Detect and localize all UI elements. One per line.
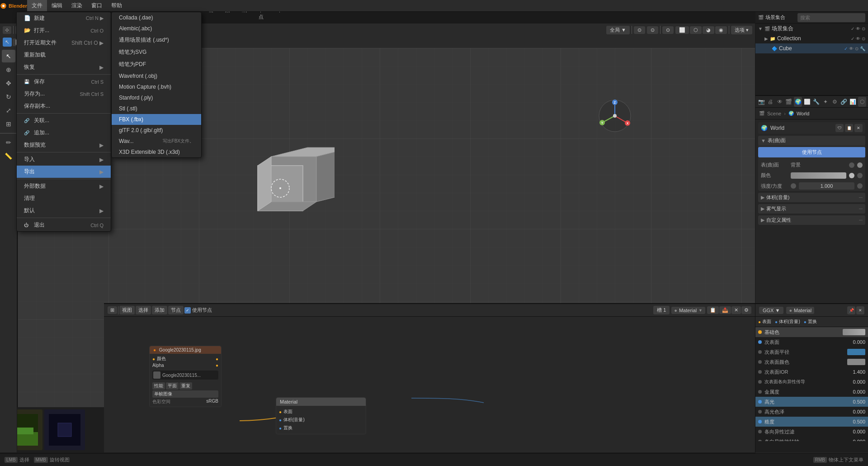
node-op1[interactable]: 📋: [707, 306, 719, 314]
image-node-ctrl1[interactable]: 性能: [152, 382, 165, 390]
solid-btn[interactable]: ⬡: [690, 26, 702, 34]
export-wav[interactable]: Wav... 写出FBX文件。: [112, 136, 201, 147]
node-view-btn[interactable]: 视图: [119, 306, 135, 314]
transform-tool[interactable]: ⊞: [2, 118, 15, 130]
prop-output-icon[interactable]: 🖨: [766, 97, 774, 107]
overlay-btn[interactable]: ⊙: [662, 26, 674, 34]
volume-section[interactable]: ▶ 体积(音量) ···: [758, 193, 865, 202]
prop-physics-icon[interactable]: ⚙: [830, 97, 839, 107]
custom-section[interactable]: ▶ 自定义属性 ···: [758, 215, 865, 225]
shader-pin-btn[interactable]: 📌: [847, 306, 855, 314]
menu-window[interactable]: 窗口: [87, 0, 107, 11]
use-nodes-button[interactable]: 使用节点: [758, 147, 865, 157]
base-color-swatch[interactable]: [843, 329, 865, 335]
menu-import[interactable]: 导入 ▶: [17, 153, 111, 166]
export-stl[interactable]: Stl (.stl): [112, 103, 201, 114]
surface-section-header[interactable]: ▼ 表(曲)面: [758, 136, 865, 145]
shader-close-btn[interactable]: ✕: [856, 306, 864, 314]
menu-new[interactable]: 📄新建 Ctrl N ▶: [17, 12, 111, 24]
subsurface-color-swatch[interactable]: [847, 359, 865, 365]
prop-modifier-icon[interactable]: 🔧: [812, 97, 821, 107]
outliner-cube[interactable]: 🔷 Cube ✓ 👁 ⊙ 🔧: [755, 43, 868, 53]
cursor-tool[interactable]: ⊕: [2, 63, 15, 76]
world-shield-icon[interactable]: 🛡: [835, 124, 844, 132]
preview-2[interactable]: [44, 409, 85, 450]
viewport-nav-icon[interactable]: ⊹: [3, 26, 11, 34]
export-collada[interactable]: Collada (.dae): [112, 12, 201, 23]
node-close[interactable]: ✕: [731, 306, 741, 314]
export-alembic[interactable]: Alembic(.abc): [112, 23, 201, 34]
prop-view-icon[interactable]: 👁: [776, 97, 784, 107]
image-node-ctrl2[interactable]: 平面: [166, 382, 179, 390]
node-more[interactable]: ⚙: [741, 306, 751, 314]
navigation-gizmo[interactable]: Z X Y: [597, 98, 633, 134]
measure-tool[interactable]: 📏: [2, 150, 15, 162]
menu-edit[interactable]: 编辑: [47, 0, 67, 11]
menu-help[interactable]: 帮助: [107, 0, 127, 11]
prop-render-icon[interactable]: 📷: [757, 97, 765, 107]
shader-material-selector[interactable]: ● Material: [786, 307, 814, 314]
shader-type-selector[interactable]: GGX ▼: [759, 307, 783, 314]
wireframe-btn[interactable]: ⬜: [675, 26, 689, 34]
menu-quit[interactable]: ⏻退出 Ctrl Q: [17, 219, 111, 231]
slot-selector[interactable]: 槽 1: [653, 306, 670, 314]
node-add-btn[interactable]: 添加: [152, 306, 167, 314]
prop-material-icon[interactable]: ⬡: [858, 97, 866, 107]
export-x3d[interactable]: X3D Extensible 3D (.x3d): [112, 147, 201, 157]
scale-tool[interactable]: ⤢: [2, 104, 15, 117]
image-node-ctrl3[interactable]: 重复: [179, 382, 192, 390]
menu-file[interactable]: 文件: [27, 0, 47, 11]
export-usd[interactable]: 通用场景描述 (.usd*): [112, 34, 201, 46]
use-nodes-checkbox[interactable]: ✓: [184, 307, 191, 314]
menu-restore[interactable]: 恢复 ▶: [17, 61, 111, 73]
prop-world-icon[interactable]: 🌍: [794, 97, 802, 107]
menu-open[interactable]: 📂打开... Ctrl O: [17, 24, 111, 37]
select-tool[interactable]: ↖: [2, 50, 15, 62]
menu-external-data[interactable]: 外部数据 ▶: [17, 180, 111, 192]
menu-open-recent[interactable]: 打开近期文件 Shift Ctrl O ▶: [17, 37, 111, 49]
node-type-icon[interactable]: ⊞: [108, 306, 117, 314]
image-texture-node[interactable]: ● Google20230115.jpg ● 颜色 ● Alpha ● Goog…: [149, 346, 222, 407]
rotate-tool[interactable]: ↻: [2, 90, 15, 103]
snap-btn[interactable]: ⊙: [634, 26, 645, 34]
menu-save-copy[interactable]: 保存副本...: [17, 100, 111, 112]
prop-particles-icon[interactable]: ✦: [821, 97, 830, 107]
prop-scene-icon[interactable]: 🎬: [785, 97, 793, 107]
material-btn[interactable]: ◕: [703, 26, 714, 34]
world-close-icon[interactable]: ✕: [854, 124, 863, 132]
prop-constraints-icon[interactable]: 🔗: [840, 97, 848, 107]
world-copy-icon[interactable]: 📋: [845, 124, 853, 132]
proportional-btn[interactable]: ⊙: [647, 26, 658, 34]
export-bvh[interactable]: Motion Capture (.bvh): [112, 81, 201, 92]
strength-value[interactable]: 1.000: [799, 182, 854, 190]
node-nodes-btn[interactable]: 节点: [168, 306, 184, 314]
node-select-btn[interactable]: 选择: [136, 306, 151, 314]
options-btn[interactable]: 选项 ▾: [731, 26, 752, 34]
menu-render[interactable]: 渲染: [67, 0, 87, 11]
outliner-search[interactable]: [797, 13, 865, 22]
subsurface-radius-swatch[interactable]: [847, 349, 865, 355]
export-gltf[interactable]: glTF 2.0 (.glb/.gltf): [112, 125, 201, 136]
export-fbx[interactable]: FBX (.fbx): [112, 114, 201, 125]
menu-save[interactable]: 💾保存 Ctrl S: [17, 76, 111, 88]
mist-section[interactable]: ▶ 雾气显示 ···: [758, 204, 865, 214]
menu-clean[interactable]: 清理: [17, 192, 111, 204]
rendered-btn[interactable]: ◉: [715, 26, 727, 34]
export-grease-pdf[interactable]: 蜡笔为PDF: [112, 58, 201, 71]
color-gradient[interactable]: [791, 172, 846, 179]
node-op2[interactable]: 📤: [719, 306, 731, 314]
select-tool-btn[interactable]: ↖: [3, 38, 12, 47]
material-selector[interactable]: ● Material ▼: [671, 307, 705, 314]
prop-object-icon[interactable]: ⬜: [803, 97, 811, 107]
menu-save-as[interactable]: 另存为... Shift Ctrl S: [17, 88, 111, 100]
move-tool[interactable]: ✥: [2, 77, 15, 90]
outliner-collection[interactable]: ▶ 📁 Collection ✓ 👁 ⊙: [755, 33, 868, 43]
annotate-tool[interactable]: ✏: [2, 136, 15, 149]
blender-logo[interactable]: Blender: [0, 0, 27, 12]
export-ply[interactable]: Stanford (.ply): [112, 92, 201, 103]
menu-defaults[interactable]: 默认 ▶: [17, 204, 111, 217]
menu-link[interactable]: 🔗关联...: [17, 114, 111, 127]
menu-reload[interactable]: 重新加载: [17, 49, 111, 61]
export-obj[interactable]: Wavefront (.obj): [112, 71, 201, 81]
outliner-scene-collection[interactable]: ▼ 🎬 场景集合 ✓ 👁 ⊙: [755, 24, 868, 33]
